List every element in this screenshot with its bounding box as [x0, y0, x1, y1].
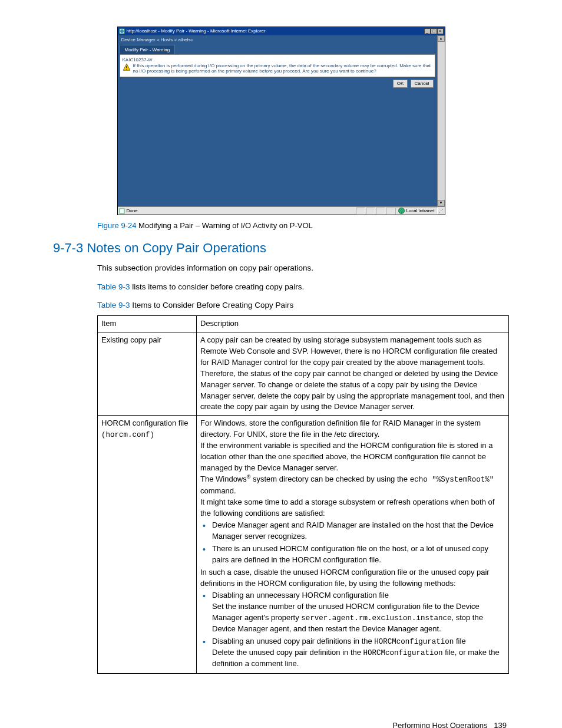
section-title-text: Notes on Copy Pair Operations: [83, 241, 266, 255]
desc-line: system directory can be checked by using…: [250, 475, 409, 484]
scroll-up-button[interactable]: ▲: [438, 35, 445, 42]
section-heading: 9-7-3 Notes on Copy Pair Operations: [53, 241, 509, 256]
message-code: KAIC10237-W: [123, 57, 432, 63]
ie-window: http://localhost - Modify Pair - Warning…: [117, 27, 445, 215]
resize-grip[interactable]: ⋰: [438, 208, 444, 214]
th-item: Item: [98, 316, 197, 332]
svg-point-1: [120, 29, 124, 33]
intro-paragraph: This subsection provides information on …: [53, 263, 509, 274]
ok-button[interactable]: OK: [393, 80, 408, 88]
cell-desc: A copy pair can be created by using stor…: [197, 332, 509, 416]
code-text: HORCMconfiguration: [374, 638, 454, 646]
breadcrumb[interactable]: Device Manager > Hosts > aibetsu: [118, 35, 437, 45]
maximize-button[interactable]: □: [431, 28, 437, 34]
done-icon: [119, 208, 125, 214]
section-number: 9-7-3: [53, 241, 83, 255]
desc-line: If the environment variable is specified…: [200, 441, 492, 472]
desc-line: command.: [200, 486, 236, 495]
status-done-text: Done: [127, 208, 138, 214]
code-text: HORCMconfiguration: [363, 649, 443, 657]
table-ref-link[interactable]: Table 9-3: [97, 282, 130, 291]
ie-page-icon: [119, 28, 125, 34]
table-row: HORCM configuration file (horcm.conf) Fo…: [98, 416, 509, 674]
table-ref-paragraph: Table 9-3 lists items to consider before…: [53, 282, 509, 292]
list-item-title: Disabling an unnecessary HORCM configura…: [212, 591, 389, 599]
table-ref-text: lists items to consider before creating …: [130, 282, 305, 291]
zone-icon: [398, 207, 405, 214]
scrollbar[interactable]: ▲ ▼: [437, 35, 445, 206]
list-item-title: file: [454, 637, 465, 645]
list-item-title: Disabling an unused copy pair definition…: [212, 637, 374, 645]
cell-item: Existing copy pair: [98, 332, 197, 416]
table-caption-text: Items to Consider Before Creating Copy P…: [130, 301, 294, 309]
th-description: Description: [197, 316, 509, 332]
list-item: Device Manager agent and RAID Manager ar…: [200, 520, 505, 542]
page-footer: Performing Host Operations 139: [53, 721, 509, 728]
tab-modify-pair-warning[interactable]: Modify Pair - Warning: [120, 45, 176, 55]
ie-title-text: http://localhost - Modify Pair - Warning…: [127, 28, 266, 34]
cell-item-line1: HORCM configuration file: [101, 419, 188, 427]
table-row: Existing copy pair A copy pair can be cr…: [98, 332, 509, 416]
list-item: Disabling an unnecessary HORCM configura…: [200, 590, 505, 635]
desc-line: The Windows: [200, 475, 247, 484]
cell-desc: For Windows, store the configuration def…: [197, 416, 509, 674]
figure-caption-text: Modifying a Pair – Warning of I/O Activi…: [136, 221, 312, 230]
code-text: server.agent.rm.exclusion.instance: [301, 614, 451, 622]
desc-line: It might take some time to add a storage…: [200, 498, 494, 518]
table-caption: Table 9-3 Items to Consider Before Creat…: [53, 301, 509, 309]
minimize-button[interactable]: _: [424, 28, 431, 34]
table-number: Table 9-3: [97, 301, 130, 309]
figure-caption: Figure 9-24 Modifying a Pair – Warning o…: [53, 221, 509, 230]
cancel-button[interactable]: Cancel: [411, 80, 434, 88]
cell-item-line2: (horcm.conf): [101, 431, 154, 439]
scroll-down-button[interactable]: ▼: [438, 200, 445, 206]
status-zone-text: Local intranet: [406, 208, 434, 214]
ie-statusbar: Done Local intranet ⋰: [118, 206, 445, 215]
svg-rect-4: [126, 69, 127, 70]
page-number: 139: [494, 721, 507, 728]
svg-rect-3: [126, 65, 127, 68]
desc-line: For Windows, store the configuration def…: [200, 419, 481, 439]
list-item: Disabling an unused copy pair definition…: [200, 636, 505, 670]
warning-icon: [123, 63, 131, 71]
ie-titlebar: http://localhost - Modify Pair - Warning…: [118, 27, 445, 35]
copy-pairs-table: Item Description Existing copy pair A co…: [97, 315, 509, 674]
code-text: echo "%SystemRoot%": [410, 476, 494, 485]
close-button[interactable]: ×: [437, 28, 444, 34]
list-item: There is an unused HORCM configuration f…: [200, 543, 505, 566]
svg-rect-5: [120, 209, 124, 213]
message-text: If this operation is performed during I/…: [133, 63, 432, 74]
cell-item: HORCM configuration file (horcm.conf): [98, 416, 197, 674]
figure-number: Figure 9-24: [97, 221, 136, 230]
footer-text: Performing Host Operations: [392, 721, 487, 728]
warning-message-box: KAIC10237-W If this operation is perform…: [120, 54, 435, 77]
desc-line: In such a case, disable the unused HORCM…: [200, 568, 490, 588]
list-item-body: Delete the unused copy pair definition i…: [212, 648, 363, 657]
